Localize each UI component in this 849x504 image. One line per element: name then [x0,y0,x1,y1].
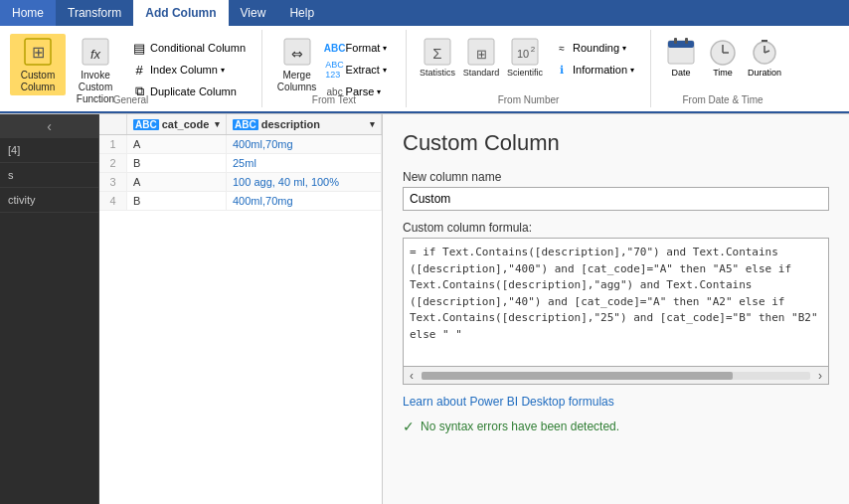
ribbon-group-general: ⊞ Custom Column fx Invoke Custom Functio… [0,30,262,107]
standard-button[interactable]: ⊞ Standard [460,34,502,80]
general-group-label: General [113,94,149,105]
duration-icon [750,36,779,68]
row-num-4: 4 [99,192,127,210]
tab-view[interactable]: View [229,0,278,26]
scroll-right-button[interactable]: › [812,369,828,383]
duplicate-column-label: Duplicate Column [150,85,237,97]
tab-add-column[interactable]: Add Column [133,0,228,26]
format-arrow: ▾ [383,44,387,53]
row-2-cat-code: B [127,154,227,172]
left-panel-item-2[interactable]: s [0,163,98,188]
svg-text:⊞: ⊞ [476,47,487,62]
custom-column-button[interactable]: ⊞ Custom Column [10,34,66,95]
merge-columns-button[interactable]: ⇔ Merge Columns [275,34,319,95]
table-row[interactable]: 2 B 25ml [99,154,382,173]
date-button[interactable]: Date [661,34,701,80]
scientific-icon: 102 [511,36,539,68]
rounding-label: Rounding [573,42,619,54]
merge-columns-icon: ⇔ [281,36,313,68]
scroll-thumb [422,372,733,380]
status-text: No syntax errors have been detected. [421,420,619,433]
time-label: Time [713,68,733,78]
custom-column-label: Custom Column [12,70,64,93]
left-panel-item-3[interactable]: ctivity [0,188,98,213]
format-button[interactable]: ABC Format ▾ [323,38,392,58]
formula-scrollbar[interactable]: ‹ › [403,367,829,385]
parse-arrow: ▾ [377,87,381,96]
extract-button[interactable]: ABC123 Extract ▾ [323,60,392,80]
row-1-cat-code: A [127,135,227,153]
left-panel: ‹ [4] s ctivity [0,114,99,504]
learn-link[interactable]: Learn about Power BI Desktop formulas [403,395,829,409]
row-num-2: 2 [99,154,127,172]
duration-label: Duration [748,68,781,78]
row-3-description: 100 agg, 40 ml, 100% [227,173,382,191]
left-panel-item-1[interactable]: [4] [0,138,98,163]
rounding-button[interactable]: ≈ Rounding ▾ [550,38,638,58]
svg-text:2: 2 [531,45,536,54]
conditional-column-label: Conditional Column [150,42,246,54]
svg-rect-16 [685,38,688,44]
information-arrow: ▾ [630,66,634,75]
statistics-label: Statistics [420,68,455,78]
format-label: Format [346,42,381,54]
time-icon [708,36,738,68]
row-num-1: 1 [99,135,127,153]
statistics-button[interactable]: Σ Statistics [417,34,458,80]
index-column-button[interactable]: # Index Column ▾ [127,60,250,80]
main-content: ‹ [4] s ctivity ABC cat_code ▾ ABC descr… [0,114,849,504]
conditional-column-icon: ▤ [131,40,147,56]
tab-help[interactable]: Help [277,0,326,26]
scroll-left-button[interactable]: ‹ [404,369,420,383]
row-4-description: 400ml,70mg [227,192,382,210]
ribbon-tabs: Home Transform Add Column View Help [0,0,849,26]
table-row[interactable]: 4 B 400ml,70mg [99,192,382,211]
format-icon: ABC [327,40,343,56]
conditional-column-button[interactable]: ▤ Conditional Column [127,38,250,58]
scientific-button[interactable]: 102 Scientific [504,34,546,80]
from-text-group-items: ⇔ Merge Columns ABC Format ▾ ABC123 Extr… [271,30,398,133]
information-button[interactable]: ℹ Information ▾ [550,60,638,80]
from-date-group-label: From Date & Time [682,94,763,105]
standard-icon: ⊞ [467,36,495,68]
svg-text:10: 10 [517,48,529,60]
row-3-cat-code: A [127,173,227,191]
table-row[interactable]: 3 A 100 agg, 40 ml, 100% [99,173,382,192]
svg-text:⇔: ⇔ [291,46,303,62]
information-icon: ℹ [554,62,570,78]
panel-title: Custom Column [403,130,829,156]
duration-button[interactable]: Duration [745,34,784,80]
from-number-group-label: From Number [498,94,560,105]
ribbon-group-from-number: Σ Statistics ⊞ Standard 102 Scientific [407,30,651,107]
row-4-cat-code: B [127,192,227,210]
formula-field-label: Custom column formula: [403,221,829,235]
table-row[interactable]: 1 A 400ml,70mg [99,135,382,154]
rounding-icon: ≈ [554,40,570,56]
extract-label: Extract [346,64,380,76]
formula-field-group: Custom column formula: = if Text.Contain… [403,221,829,385]
time-button[interactable]: Time [703,34,743,80]
svg-text:fx: fx [90,47,101,62]
date-label: Date [672,68,691,78]
information-label: Information [573,64,627,76]
svg-text:⊞: ⊞ [32,44,45,61]
merge-columns-label: Merge Columns [277,70,317,93]
index-column-arrow: ▾ [221,66,225,75]
tab-transform[interactable]: Transform [56,0,133,26]
svg-text:Σ: Σ [432,45,441,62]
custom-column-panel: Custom Column New column name Custom col… [383,114,849,504]
checkmark-icon: ✓ [403,419,415,434]
index-column-label: Index Column [150,64,218,76]
row-num-3: 3 [99,173,127,191]
formula-editor[interactable]: = if Text.Contains([description],"70") a… [403,238,829,367]
tab-home[interactable]: Home [0,0,56,26]
standard-label: Standard [463,68,500,78]
invoke-function-icon: fx [80,36,111,68]
column-name-input[interactable] [403,187,829,211]
extract-icon: ABC123 [327,62,343,78]
extract-arrow: ▾ [383,66,387,75]
table-panel: ABC cat_code ▾ ABC description ▾ 1 A 400… [99,114,383,504]
from-number-right: ≈ Rounding ▾ ℹ Information ▾ [548,34,640,95]
scroll-track[interactable] [422,372,810,380]
ribbon-group-from-text: ⇔ Merge Columns ABC Format ▾ ABC123 Extr… [262,30,407,107]
